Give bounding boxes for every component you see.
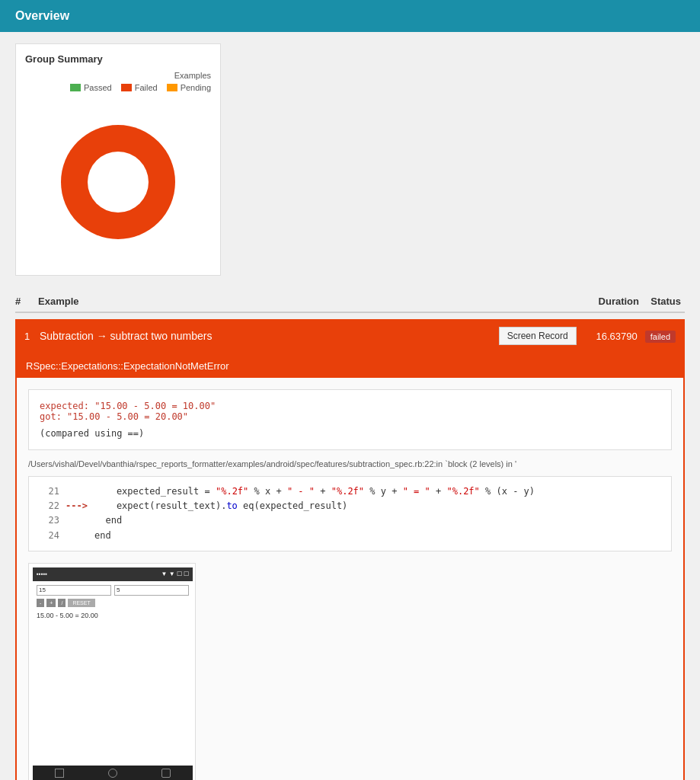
phone-time: ▼ ▼ ☐ ☐: [161, 571, 189, 577]
line-content-24: end: [94, 529, 111, 543]
chart-legend: Passed Failed Pending: [25, 83, 211, 92]
pending-color-dot: [167, 84, 177, 91]
line-marker-22: --->: [66, 499, 88, 513]
phone-screen: ▪▪▪▪▪ ▼ ▼ ☐ ☐ 15 5 - +: [33, 567, 193, 780]
col-example-header: Example: [30, 296, 578, 307]
phone-app-content: 15 5 - + / RESET 15.00 - 5.00 = 20.00: [33, 581, 193, 766]
examples-table: # Example Duration Status 1 Subtraction …: [15, 291, 685, 780]
page-header: Overview: [0, 0, 700, 32]
line-num-22: 22: [37, 499, 59, 513]
phone-home-btn[interactable]: [108, 769, 117, 778]
line-content-22: expect(result_text).to eq(expected_resul…: [94, 499, 347, 513]
phone-slash-btn[interactable]: /: [58, 599, 66, 607]
group-summary-title: Group Summary: [25, 53, 211, 65]
row-title: Subtraction → subtract two numbers: [40, 330, 499, 342]
row-number: 1: [24, 331, 40, 342]
phone-input-y: 5: [114, 585, 189, 596]
line-num-24: 24: [37, 529, 59, 543]
table-header: # Example Duration Status: [15, 291, 685, 313]
main-content: Group Summary Examples Passed Failed Pen…: [0, 32, 700, 780]
phone-minus-btn[interactable]: -: [37, 599, 44, 607]
legend-pending: Pending: [167, 83, 211, 92]
expected-line: expected: "15.00 - 5.00 = 10.00": [40, 401, 660, 411]
line-marker-23: [66, 513, 88, 528]
failed-color-dot: [121, 84, 132, 91]
line-content-21: expected_result = "%.2f" % x + " - " + "…: [94, 484, 535, 499]
chart-label: Examples: [25, 71, 211, 80]
legend-pending-label: Pending: [181, 83, 211, 92]
line-content-23: end: [94, 513, 122, 528]
row-duration: 16.63790: [584, 331, 638, 342]
legend-passed: Passed: [70, 83, 112, 92]
code-line-22: 22 ---> expect(result_text).to eq(expect…: [37, 499, 663, 513]
header-title: Overview: [15, 9, 69, 22]
col-num-header: #: [15, 296, 30, 307]
table-row: 1 Subtraction → subtract two numbers Scr…: [15, 319, 685, 353]
phone-input-x: 15: [37, 585, 111, 596]
compared-line: (compared using ==): [40, 428, 660, 439]
phone-result-text: 15.00 - 5.00 = 20.00: [37, 612, 189, 619]
line-marker-21: [66, 484, 88, 499]
phone-back-btn[interactable]: [55, 769, 64, 778]
col-duration-header: Duration: [578, 296, 639, 307]
phone-app-fields: 15 5 - + / RESET 15.00 - 5.00 = 20.00: [37, 585, 189, 619]
donut-chart: [25, 98, 211, 266]
phone-recents-btn[interactable]: [161, 769, 171, 778]
error-message-box: expected: "15.00 - 5.00 = 10.00" got: "1…: [28, 389, 672, 450]
code-line-21: 21 expected_result = "%.2f" % x + " - " …: [37, 484, 663, 499]
error-header: RSpec::Expectations::ExpectationNotMetEr…: [17, 354, 683, 378]
group-summary-card: Group Summary Examples Passed Failed Pen…: [15, 43, 221, 276]
failed-badge: failed: [645, 331, 676, 343]
legend-passed-label: Passed: [84, 83, 112, 92]
row-status-badge: failed: [645, 331, 676, 342]
phone-nav-bar: [33, 766, 193, 780]
donut-hole: [88, 152, 149, 213]
legend-failed-label: Failed: [135, 83, 158, 92]
code-line-23: 23 end: [37, 513, 663, 528]
phone-reset-btn[interactable]: RESET: [68, 599, 94, 607]
legend-failed: Failed: [121, 83, 158, 92]
phone-screenshot-container: ▪▪▪▪▪ ▼ ▼ ☐ ☐ 15 5 - +: [28, 563, 196, 780]
error-file-path: /Users/vishal/Devel/vbanthia/rspec_repor…: [28, 459, 672, 468]
phone-plus-btn[interactable]: +: [46, 599, 56, 607]
line-num-23: 23: [37, 513, 59, 528]
col-status-header: Status: [639, 296, 685, 307]
phone-status-bar: ▪▪▪▪▪ ▼ ▼ ☐ ☐: [33, 567, 193, 581]
screen-record-button[interactable]: Screen Record: [499, 327, 577, 345]
passed-color-dot: [70, 84, 81, 91]
code-block: 21 expected_result = "%.2f" % x + " - " …: [28, 476, 672, 551]
line-marker-24: [66, 529, 88, 543]
code-line-24: 24 end: [37, 529, 663, 543]
line-num-21: 21: [37, 484, 59, 499]
phone-signal: ▪▪▪▪▪: [37, 571, 47, 577]
error-detail-section: RSpec::Expectations::ExpectationNotMetEr…: [15, 353, 685, 780]
got-line: got: "15.00 - 5.00 = 20.00": [40, 411, 660, 422]
